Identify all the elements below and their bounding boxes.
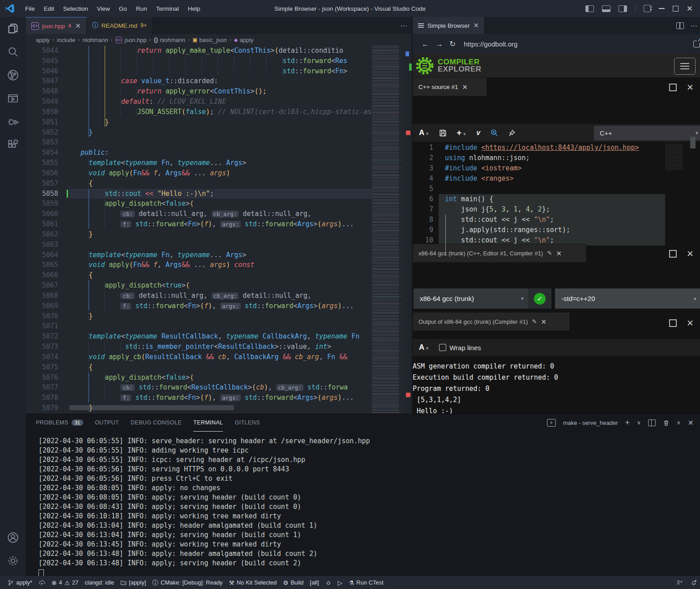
statusbar-item-build-target[interactable]: [all] <box>307 579 322 586</box>
code-editor[interactable]: 5044504550465047504850495050505150525053… <box>26 46 412 413</box>
tab-simple-browser[interactable]: Simple Browser ✕ <box>413 17 485 34</box>
toggle-sidebar-icon[interactable] <box>585 5 594 12</box>
close-panel-icon[interactable]: ✕ <box>688 419 694 427</box>
font-size-button[interactable]: A▼ <box>419 343 429 352</box>
menu-file[interactable]: File <box>21 5 39 12</box>
tab-json.hpp[interactable]: C+json.hpp4✕ <box>26 17 87 34</box>
ce-source-code[interactable]: #include <https://localhost:8443/apply/j… <box>439 143 665 257</box>
menu-terminal[interactable]: Terminal <box>151 5 183 12</box>
menu-edit[interactable]: Edit <box>39 5 59 12</box>
breadcrumb-item-apply[interactable]: apply <box>36 37 50 43</box>
panel-tab-problems[interactable]: PROBLEMS31 <box>36 414 83 431</box>
breadcrumb[interactable]: apply›include›nlohmann›C+json.hpp›{}nloh… <box>26 34 422 46</box>
menu-go[interactable]: Go <box>115 5 132 12</box>
statusbar-item-publish[interactable] <box>35 580 48 586</box>
back-icon[interactable]: ← <box>422 40 429 49</box>
split-terminal-icon[interactable] <box>648 420 656 426</box>
font-size-button[interactable]: A▼ <box>419 128 429 137</box>
settings-gear-icon[interactable] <box>2 549 24 572</box>
close-pane-icon[interactable]: ✕ <box>541 318 547 325</box>
breadcrumb-item-basic_json[interactable]: ▣basic_json <box>192 37 227 43</box>
kill-terminal-trash-icon[interactable] <box>663 420 670 426</box>
url-field[interactable]: https://godbolt.org <box>464 40 517 48</box>
toggle-panel-icon[interactable] <box>602 5 610 12</box>
menu-selection[interactable]: Selection <box>59 5 93 12</box>
close-tab-icon[interactable]: ✕ <box>474 21 479 30</box>
panel-tab-terminal[interactable]: TERMINAL <box>193 414 223 432</box>
close-pane-icon[interactable]: ✕ <box>687 83 694 92</box>
editor-vertical-scrollbar[interactable] <box>405 46 412 413</box>
terminal-output[interactable]: [2022-04-30 06:05:55] INFO: serve_header… <box>38 436 370 579</box>
close-pane-icon[interactable]: ✕ <box>687 319 694 327</box>
compile-status-badge[interactable]: ✓ <box>528 288 551 309</box>
ce-output-pane-tab[interactable]: Output of x86-64 gcc (trunk) (Compiler #… <box>413 312 570 331</box>
open-external-icon[interactable] <box>693 41 700 47</box>
editor-more-actions-icon[interactable]: ⋯ <box>400 17 407 34</box>
maximize-pane-icon[interactable] <box>669 84 677 91</box>
ce-menu-button[interactable] <box>674 58 696 75</box>
maximize-panel-icon[interactable]: ∧ <box>677 420 681 426</box>
breadcrumb-item-nlohmann[interactable]: nlohmann <box>82 37 108 43</box>
statusbar-item-feedback[interactable] <box>673 580 686 586</box>
code-content[interactable]: return apply_make_tuple<ConstThis>(detai… <box>69 46 372 413</box>
sidebar-item-run-and-debug[interactable] <box>2 110 24 133</box>
reload-icon[interactable]: ↻ <box>449 39 456 49</box>
forward-icon[interactable]: → <box>435 40 443 49</box>
minimize-icon[interactable] <box>659 8 665 9</box>
ce-scrollbar[interactable] <box>690 137 696 148</box>
statusbar-item-branch[interactable]: apply* <box>4 579 35 586</box>
maximize-pane-icon[interactable] <box>669 250 677 258</box>
maximize-pane-icon[interactable] <box>669 319 677 327</box>
compiler-select[interactable]: x86-64 gcc (trunk) ▼ <box>414 288 531 309</box>
customize-layout-icon[interactable] <box>644 5 651 12</box>
edit-title-icon[interactable]: ✎ <box>547 250 552 257</box>
close-pane-icon[interactable]: ✕ <box>556 250 562 257</box>
pin-tool-icon[interactable] <box>508 129 516 137</box>
panel-tab-gitlens[interactable]: GITLENS <box>235 414 260 431</box>
zoom-icon[interactable] <box>490 129 498 137</box>
menu-view[interactable]: View <box>93 5 115 12</box>
sidebar-item-source-control[interactable] <box>2 64 24 87</box>
breadcrumb-item-nlohmann[interactable]: {}nlohmann <box>154 37 185 43</box>
sidebar-item-search[interactable] <box>2 40 24 64</box>
ce-source-pane-tab[interactable]: C++ source #1 ✕ <box>413 77 487 96</box>
ce-compiler-pane-tab[interactable]: x86-64 gcc (trunk) (C++, Editor #1, Comp… <box>413 244 586 263</box>
terminal-dropdown-icon[interactable]: ∨ <box>637 420 641 426</box>
close-window-icon[interactable]: ✕ <box>687 5 693 13</box>
minimap[interactable] <box>372 46 405 413</box>
statusbar-item-ctest[interactable]: ⚗Run CTest <box>346 579 387 586</box>
close-tab-icon[interactable]: ✕ <box>75 22 81 30</box>
statusbar-item-clangd[interactable]: clangd: idle <box>81 579 117 586</box>
breadcrumb-item-apply[interactable]: ◆apply <box>234 37 254 43</box>
more-actions-icon[interactable]: ⋯ <box>690 21 697 30</box>
statusbar-item-build[interactable]: ⚙Build <box>280 579 307 586</box>
tab-README.md[interactable]: ⓘREADME.md9+ <box>87 17 153 34</box>
statusbar-item-debug[interactable] <box>322 580 335 586</box>
menu-run[interactable]: Run <box>132 5 152 12</box>
terminal-process-label[interactable]: make - serve_header <box>563 420 618 426</box>
breadcrumb-item-json.hpp[interactable]: C+json.hpp <box>115 36 146 44</box>
breadcrumb-item-include[interactable]: include <box>57 37 75 43</box>
sidebar-item-extensions[interactable] <box>2 133 24 157</box>
new-terminal-icon[interactable]: + <box>625 418 630 428</box>
toggle-secondary-sidebar-icon[interactable] <box>619 5 627 12</box>
menu-help[interactable]: Help <box>183 5 205 12</box>
add-pane-button[interactable]: +▼ <box>457 128 466 138</box>
maximize-icon[interactable] <box>673 6 679 12</box>
editor-horizontal-scrollbar[interactable] <box>69 405 234 410</box>
split-editor-icon[interactable] <box>676 22 684 29</box>
panel-tab-output[interactable]: OUTPUT <box>95 414 119 431</box>
wrap-lines-checkbox[interactable]: Wrap lines <box>439 344 481 352</box>
statusbar-item-launch[interactable]: ▷ <box>335 579 346 586</box>
vim-mode-icon[interactable]: v <box>476 129 480 137</box>
statusbar-item-notifications[interactable] <box>687 580 700 586</box>
compiler-options-input[interactable]: -std=c++20 <box>555 288 700 309</box>
chevron-down-icon[interactable]: ▼ <box>693 297 697 301</box>
statusbar-item-cmake[interactable]: ⓘCMake: [Debug]: Ready <box>149 579 226 587</box>
close-pane-icon[interactable]: ✕ <box>687 250 694 258</box>
panel-tab-debug-console[interactable]: DEBUG CONSOLE <box>131 414 182 431</box>
statusbar-item-kit[interactable]: ⚒No Kit Selected <box>226 579 280 586</box>
edit-title-icon[interactable]: ✎ <box>532 318 537 325</box>
save-icon[interactable] <box>439 129 447 137</box>
statusbar-item-problems[interactable]: ⊗4⚠27 <box>48 579 81 586</box>
